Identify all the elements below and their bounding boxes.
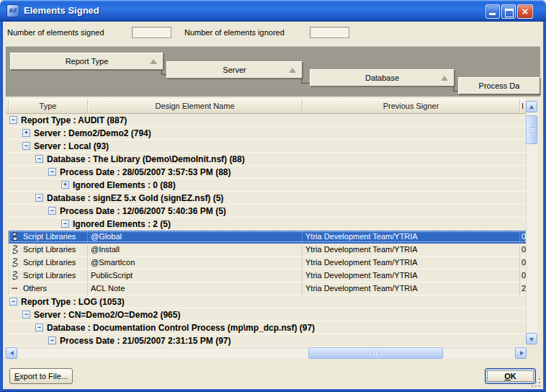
group-row[interactable]: −Process Date : 21/05/2007 2:31:15 PM (9… — [6, 334, 527, 347]
group-row[interactable]: −Ignored Elements : 2 (5) — [6, 218, 527, 231]
arrow-right-icon — [520, 351, 524, 355]
collapse-toggle-icon[interactable]: − — [61, 220, 69, 228]
group-row[interactable]: −Server : CN=Demo2/O=Demo2 (965) — [6, 308, 527, 321]
arrow-left-icon — [10, 351, 14, 355]
collapse-toggle-icon[interactable]: − — [22, 142, 30, 150]
collapse-toggle-icon[interactable]: − — [35, 194, 43, 202]
design-element-name-cell: ACL Note — [88, 282, 303, 295]
element-row[interactable]: Script Libraries@InstallYtria Developmen… — [6, 244, 527, 257]
group-button-report-type[interactable]: Report Type — [10, 53, 164, 70]
element-row[interactable]: Script Libraries@SmartIconYtria Developm… — [6, 257, 527, 270]
titlebar[interactable]: EZ Elements Signed — [0, 0, 546, 22]
previous-signer-cell: Ytria Development Team/YTRIA — [303, 282, 520, 295]
script-library-icon — [12, 232, 20, 242]
type-cell: Script Libraries — [9, 231, 88, 244]
minimize-button[interactable] — [485, 4, 500, 19]
scroll-down-button[interactable] — [526, 333, 537, 344]
collapse-toggle-icon[interactable]: − — [48, 207, 56, 215]
column-header-previous-signer[interactable]: Previous Signer — [303, 99, 520, 113]
design-element-name-cell: @Global — [88, 231, 303, 244]
window-border-left — [0, 22, 3, 389]
group-row[interactable]: +Ignored Elements : 0 (88) — [6, 179, 527, 192]
group-row[interactable]: −Database : The Library (Demo\DemoInit.n… — [6, 153, 527, 166]
type-cell: ···Others — [9, 282, 88, 295]
group-row[interactable]: +Server : Demo2/Demo2 (794) — [6, 127, 527, 140]
window-border-right — [543, 22, 546, 389]
signez-app-icon: EZ — [6, 4, 19, 17]
collapse-toggle-icon[interactable]: − — [48, 168, 56, 176]
group-row[interactable]: −Process Date : 28/05/2007 3:57:53 PM (8… — [6, 166, 527, 179]
group-row[interactable]: −Server : Local (93) — [6, 140, 527, 153]
export-to-file-button[interactable]: Export to File... — [9, 368, 73, 384]
element-row[interactable]: ···OthersACL NoteYtria Development Team/… — [6, 282, 527, 295]
ignored-count-input[interactable] — [310, 27, 349, 38]
ok-button[interactable]: OK — [485, 368, 536, 384]
sort-asc-icon — [289, 68, 296, 73]
design-element-name-cell: @SmartIcon — [88, 257, 303, 270]
type-label: Script Libraries — [23, 232, 76, 241]
signed-count-label: Number of elements signed — [7, 28, 104, 37]
horizontal-scrollbar-thumb[interactable] — [308, 347, 443, 359]
script-library-icon — [12, 245, 20, 255]
element-row[interactable]: Script Libraries@GlobalYtria Development… — [6, 231, 527, 244]
collapse-toggle-icon[interactable]: − — [22, 311, 30, 318]
window-border-bottom — [0, 389, 546, 392]
group-row-label: Report Type : AUDIT (887) — [21, 115, 127, 126]
close-button[interactable] — [517, 4, 533, 19]
group-row[interactable]: −Process Date : 12/06/2007 5:40:36 PM (5… — [6, 205, 527, 218]
group-connector — [453, 86, 458, 92]
arrow-down-icon — [529, 338, 534, 342]
group-row-label: Server : CN=Demo2/O=Demo2 (965) — [34, 309, 180, 321]
type-label: Script Libraries — [23, 258, 76, 267]
group-row-label: Server : Demo2/Demo2 (794) — [34, 128, 151, 139]
group-row[interactable]: −Database : Documentation Control Proces… — [6, 321, 527, 334]
group-row-label: Database : signEZ 5.x Gold (signEZ.nsf) … — [47, 192, 223, 204]
group-connector — [301, 79, 310, 84]
horizontal-scrollbar[interactable] — [6, 347, 527, 359]
group-button-label: Report Type — [66, 57, 109, 66]
group-row-label: Process Date : 28/05/2007 3:57:53 PM (88… — [60, 166, 231, 178]
expand-toggle-icon[interactable]: + — [61, 181, 69, 189]
maximize-button[interactable] — [501, 4, 516, 19]
scroll-left-button[interactable] — [6, 347, 17, 359]
sort-asc-icon — [150, 59, 157, 64]
element-row[interactable]: Script LibrariesPublicScriptYtria Develo… — [6, 270, 527, 282]
group-row-label: Process Date : 21/05/2007 2:31:15 PM (97… — [60, 335, 231, 347]
group-row[interactable]: −Report Type : AUDIT (887) — [6, 114, 527, 127]
group-row[interactable]: −Report Type : LOG (1053) — [6, 295, 527, 308]
window-title: Elements Signed — [24, 0, 99, 22]
previous-signer-cell: Ytria Development Team/YTRIA — [303, 231, 520, 244]
group-row-label: Process Date : 12/06/2007 5:40:36 PM (5) — [60, 205, 226, 217]
previous-signer-cell: Ytria Development Team/YTRIA — [303, 244, 520, 257]
group-button-database[interactable]: Database — [310, 69, 455, 86]
group-button-label: Database — [365, 74, 399, 82]
collapse-toggle-icon[interactable]: − — [9, 116, 17, 124]
collapse-toggle-icon[interactable]: − — [35, 155, 43, 163]
group-row-label: Server : Local (93) — [34, 141, 109, 152]
collapse-toggle-icon[interactable]: − — [35, 324, 43, 331]
collapse-toggle-icon[interactable]: − — [48, 337, 56, 344]
collapse-toggle-icon[interactable]: − — [9, 298, 17, 306]
sort-asc-icon — [441, 76, 448, 81]
group-by-panel: Report Type Server Database Process Da — [6, 46, 540, 97]
type-label: Others — [23, 284, 47, 293]
signed-count-input[interactable] — [132, 27, 171, 38]
group-row-label: Ignored Elements : 0 (88) — [73, 179, 176, 191]
vertical-scrollbar-thumb[interactable] — [526, 115, 537, 144]
previous-signer-cell: Ytria Development Team/YTRIA — [303, 270, 520, 282]
scroll-up-button[interactable] — [526, 101, 537, 112]
design-element-name-cell: @Install — [88, 244, 303, 257]
expand-toggle-icon[interactable]: + — [22, 129, 30, 137]
previous-signer-cell: Ytria Development Team/YTRIA — [303, 257, 520, 270]
type-cell: Script Libraries — [9, 270, 88, 282]
column-header-design-element-name[interactable]: Design Element Name — [88, 99, 303, 113]
group-button-process-date[interactable]: Process Da — [458, 77, 540, 94]
column-header-type[interactable]: Type — [9, 99, 88, 113]
vertical-scrollbar[interactable] — [526, 101, 537, 344]
resize-grip[interactable] — [531, 378, 542, 388]
group-button-server[interactable]: Server — [166, 61, 303, 79]
group-row[interactable]: −Database : signEZ 5.x Gold (signEZ.nsf)… — [6, 192, 527, 205]
scroll-right-button[interactable] — [515, 347, 527, 359]
others-icon: ··· — [12, 284, 20, 294]
arrow-up-icon — [529, 105, 534, 109]
